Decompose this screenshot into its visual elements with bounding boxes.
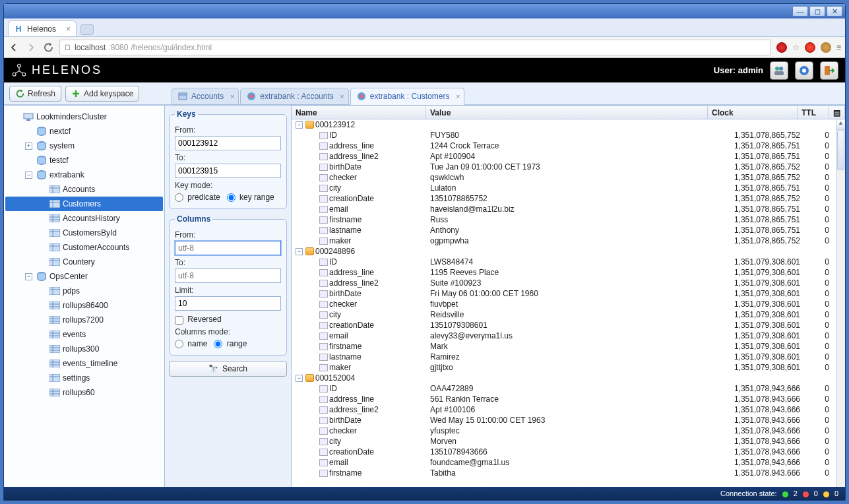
table-row[interactable]: cityLulaton1,351,078,865,7510 — [292, 183, 836, 193]
keys-from-input[interactable] — [175, 136, 281, 150]
ext2-icon[interactable] — [805, 42, 815, 53]
col-options-icon[interactable]: ▤ — [829, 106, 845, 119]
content-tab[interactable]: extrabank : Accounts× — [240, 88, 348, 105]
tree-item[interactable]: −extrabank — [5, 168, 163, 182]
window-maximize-button[interactable]: ◻ — [809, 6, 825, 16]
tree-item[interactable]: events — [5, 327, 163, 342]
table-row[interactable]: cityMorven1,351,078,943,6660 — [292, 436, 836, 447]
table-row[interactable]: lastnameRamirez1,351,079,308,6010 — [292, 352, 836, 362]
table-row[interactable]: IDLWS8484741,351,079,308,6010 — [292, 257, 836, 267]
table-row[interactable]: address_line561 Rankin Terrace1,351,078,… — [292, 394, 836, 404]
table-row[interactable]: emailalevy33@everyma1l.us1,351,079,308,6… — [292, 331, 836, 341]
collapse-icon[interactable]: − — [25, 172, 32, 179]
bookmark-icon[interactable]: ☆ — [792, 43, 800, 52]
tree-item[interactable]: CustomersById — [5, 226, 163, 240]
cols-reversed[interactable]: Reversed — [175, 315, 222, 324]
table-row[interactable]: birthDateFri May 06 01:00:00 CET 19601,3… — [292, 288, 836, 299]
logout-button[interactable] — [820, 61, 838, 80]
tree-item[interactable]: pdps — [5, 284, 163, 298]
cols-mode-name[interactable]: name — [175, 339, 207, 348]
tree-item[interactable]: rollups60 — [5, 385, 163, 400]
table-row[interactable]: emailhaveisland@ma1l2u.biz1,351,078,865,… — [292, 204, 836, 214]
tree-item[interactable]: Customers — [5, 197, 163, 211]
window-minimize-button[interactable]: — — [792, 6, 808, 16]
settings-button[interactable] — [795, 61, 813, 80]
row-key[interactable]: − 000152004 — [292, 373, 836, 383]
content-tab[interactable]: extrabank : Customers× — [350, 88, 465, 105]
refresh-button[interactable]: Refresh — [9, 86, 61, 102]
table-row[interactable]: birthDateTue Jan 09 01:00:00 CET 19731,3… — [292, 162, 836, 172]
keys-mode-keyrange[interactable]: key range — [227, 193, 274, 202]
keys-mode-predicate[interactable]: predicate — [175, 193, 220, 202]
table-row[interactable]: birthDateWed May 15 01:00:00 CET 19631,3… — [292, 415, 836, 425]
tree-item[interactable]: settings — [5, 371, 163, 385]
ext3-icon[interactable] — [821, 42, 831, 53]
tree-item[interactable]: rollups86400 — [5, 298, 163, 313]
table-row[interactable]: firstnameRuss1,351,078,865,7510 — [292, 214, 836, 225]
tab-close-icon[interactable]: × — [66, 24, 71, 34]
table-row[interactable]: creationDate13510793086011,351,079,308,6… — [292, 320, 836, 331]
table-row[interactable]: address_line1244 Crock Terrace1,351,078,… — [292, 141, 836, 151]
table-row[interactable]: cityReidsville1,351,079,308,6010 — [292, 309, 836, 320]
tab-close-icon[interactable]: × — [230, 92, 234, 100]
forward-button[interactable] — [25, 42, 37, 53]
grid-scrollbar[interactable]: ▲ — [836, 119, 845, 487]
table-row[interactable]: address_line2Apt #1001061,351,078,943,66… — [292, 404, 836, 415]
back-button[interactable] — [8, 42, 20, 53]
tree-item[interactable]: LookmindersCluster — [5, 110, 163, 124]
tree-item[interactable]: Accounts — [5, 182, 163, 197]
table-row[interactable]: address_line2Apt #1009041,351,078,865,75… — [292, 151, 836, 162]
tree-item[interactable]: testcf — [5, 153, 163, 168]
table-row[interactable]: emailfoundcame@gma1l.us1,351,078,943,666… — [292, 457, 836, 468]
collapse-icon[interactable]: − — [296, 248, 303, 255]
table-row[interactable]: makerogpmpwha1,351,078,865,7520 — [292, 236, 836, 246]
row-key[interactable]: − 000248896 — [292, 246, 836, 257]
row-key[interactable]: − 000123912 — [292, 119, 836, 130]
expand-icon[interactable]: + — [25, 142, 32, 150]
window-close-button[interactable]: ✕ — [827, 6, 842, 16]
grid-body[interactable]: − 000123912 IDFUY5801,351,078,865,7520 a… — [292, 119, 836, 487]
table-row[interactable]: checkeryfusptec1,351,078,943,6660 — [292, 425, 836, 436]
tab-close-icon[interactable]: × — [340, 92, 344, 100]
table-row[interactable]: creationDate13510789436661,351,078,943,6… — [292, 447, 836, 457]
tree-item[interactable]: rollups300 — [5, 342, 163, 356]
table-row[interactable]: address_line2Suite #1009231,351,079,308,… — [292, 278, 836, 288]
tree-item[interactable]: −OpsCenter — [5, 269, 163, 284]
tree-item[interactable]: rollups7200 — [5, 313, 163, 327]
table-row[interactable]: checkerfiuvbpet1,351,079,308,6010 — [292, 299, 836, 309]
table-row[interactable]: address_line1195 Reeves Place1,351,079,3… — [292, 267, 836, 278]
cols-limit-input[interactable] — [175, 296, 281, 311]
keys-to-input[interactable] — [175, 164, 281, 178]
collapse-icon[interactable]: − — [296, 375, 303, 382]
table-row[interactable]: IDFUY5801,351,078,865,7520 — [292, 130, 836, 141]
browser-tab[interactable]: H Helenos × — [8, 20, 77, 36]
table-row[interactable]: lastnameAnthony1,351,078,865,7510 — [292, 225, 836, 236]
tree-item[interactable]: Countery — [5, 255, 163, 269]
col-value[interactable]: Value — [426, 106, 708, 119]
col-ttl[interactable]: TTL — [798, 106, 829, 119]
new-tab-button[interactable] — [80, 24, 94, 35]
cluster-tree[interactable]: LookmindersClusternextcf+systemtestcf−ex… — [4, 106, 165, 487]
search-button[interactable]: 🔭 Search — [169, 361, 287, 377]
tree-item[interactable]: events_timeline — [5, 356, 163, 371]
col-name[interactable]: Name — [292, 106, 426, 119]
collapse-icon[interactable]: − — [296, 121, 303, 129]
ext1-icon[interactable] — [776, 42, 787, 53]
url-input[interactable]: 🗋 localhost:8080/helenos/gui/index.html — [59, 40, 771, 55]
add-keyspace-button[interactable]: Add keyspace — [65, 86, 139, 102]
table-row[interactable]: firstnameMark1,351,079,308,6010 — [292, 341, 836, 352]
collapse-icon[interactable]: − — [25, 273, 32, 280]
users-button[interactable] — [770, 61, 788, 80]
table-row[interactable]: IDOAA4728891,351,078,943,6660 — [292, 383, 836, 394]
table-row[interactable]: makergjttjtxo1,351,079,308,6010 — [292, 362, 836, 373]
table-row[interactable]: creationDate13510788657521,351,078,865,7… — [292, 193, 836, 204]
tree-item[interactable]: CustomerAccounts — [5, 240, 163, 255]
tree-item[interactable]: +system — [5, 139, 163, 153]
cols-from-input[interactable] — [175, 241, 281, 255]
tab-close-icon[interactable]: × — [456, 92, 460, 100]
reload-button[interactable] — [42, 42, 54, 53]
cols-to-input[interactable] — [175, 268, 281, 283]
menu-icon[interactable]: ≡ — [836, 43, 841, 52]
col-clock[interactable]: Clock — [708, 106, 798, 119]
tree-item[interactable]: AccountsHistory — [5, 211, 163, 226]
